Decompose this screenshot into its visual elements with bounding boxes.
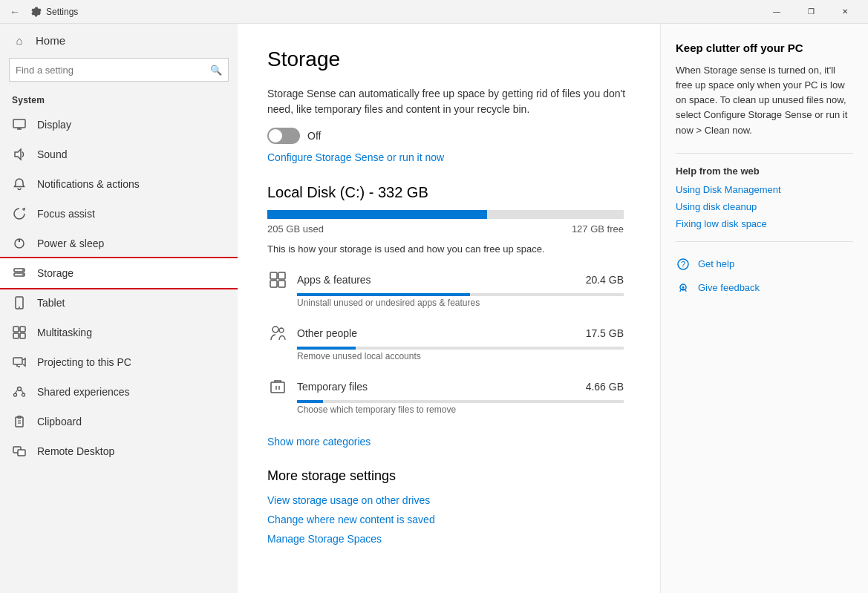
view-usage-link[interactable]: View storage usage on other drives (267, 494, 630, 506)
power-icon (12, 236, 27, 251)
category-apps[interactable]: Apps & features 20.4 GB Uninstall unused… (267, 269, 624, 308)
temp-icon (267, 376, 288, 397)
svg-text:?: ? (681, 260, 685, 269)
other-people-icon (267, 323, 288, 344)
main-content: Storage Storage Sense can automatically … (238, 24, 660, 593)
sidebar-item-label-focus: Focus assist (37, 208, 95, 220)
svg-rect-33 (270, 281, 277, 287)
sidebar-item-label-multitasking: Multitasking (37, 327, 92, 338)
disk-usage-desc: This is how your storage is used and how… (267, 243, 630, 255)
search-icon: 🔍 (204, 65, 228, 76)
get-help-icon: ? (676, 257, 691, 272)
svg-point-35 (273, 327, 278, 332)
sidebar-item-sound[interactable]: Sound (0, 140, 238, 169)
svg-rect-13 (20, 327, 25, 332)
category-apps-name: Apps & features (297, 274, 577, 286)
maximize-button[interactable]: ❐ (794, 0, 828, 24)
get-help-row[interactable]: ? Get help (676, 257, 853, 272)
close-button[interactable]: ✕ (828, 0, 862, 24)
category-temp-name: Temporary files (297, 381, 577, 393)
help-link-disk-cleanup[interactable]: Using disk cleanup (676, 201, 853, 212)
give-feedback-row[interactable]: Give feedback (676, 281, 853, 295)
configure-link[interactable]: Configure Storage Sense or run it now (267, 151, 444, 163)
give-feedback-label[interactable]: Give feedback (698, 282, 760, 293)
search-box[interactable]: 🔍 (9, 58, 229, 82)
titlebar-title: Settings (46, 7, 78, 17)
sidebar-section-title: System (0, 86, 238, 110)
sidebar-item-storage[interactable]: Storage (0, 258, 238, 288)
back-button[interactable]: ← (6, 3, 24, 21)
sidebar-item-shared[interactable]: Shared experiences (0, 377, 238, 407)
sidebar-item-tablet[interactable]: Tablet (0, 288, 238, 318)
home-icon: ⌂ (12, 33, 27, 47)
category-apps-size: 20.4 GB (586, 274, 624, 286)
disk-bar-labels: 205 GB used 127 GB free (267, 223, 624, 235)
sidebar-item-notifications[interactable]: Notifications & actions (0, 169, 238, 199)
toggle-label: Off (307, 130, 321, 142)
svg-point-21 (22, 393, 25, 396)
toggle-row: Off (267, 128, 630, 144)
svg-rect-12 (13, 327, 19, 332)
tablet-icon (12, 295, 27, 310)
shared-icon (12, 384, 27, 399)
search-input[interactable] (10, 65, 204, 76)
category-temp[interactable]: Temporary files 4.66 GB Choose which tem… (267, 376, 624, 415)
sidebar-item-remote[interactable]: Remote Desktop (0, 436, 238, 466)
svg-point-20 (14, 393, 17, 396)
settings-icon (30, 6, 42, 18)
sidebar-item-label-clipboard: Clipboard (37, 416, 82, 427)
sidebar-item-label-storage: Storage (37, 267, 74, 279)
sidebar-item-projecting[interactable]: Projecting to this PC (0, 347, 238, 377)
category-other-people-desc: Remove unused local accounts (297, 351, 624, 361)
svg-rect-16 (13, 358, 22, 364)
category-temp-bar-fill (297, 400, 323, 403)
sidebar-item-power[interactable]: Power & sleep (0, 229, 238, 258)
right-panel-title: Keep clutter off your PC (676, 42, 853, 54)
svg-point-43 (682, 286, 685, 288)
manage-spaces-link[interactable]: Manage Storage Spaces (267, 533, 630, 545)
category-other-people-bar-bg (297, 347, 624, 350)
sidebar-item-clipboard[interactable]: Clipboard (0, 407, 238, 436)
sidebar-item-multitasking[interactable]: Multitasking (0, 318, 238, 347)
svg-line-22 (16, 390, 18, 393)
clipboard-icon (12, 414, 27, 429)
sidebar-item-display[interactable]: Display (0, 110, 238, 140)
category-apps-desc: Uninstall unused or undesired apps & fea… (297, 298, 624, 308)
change-location-link[interactable]: Change where new content is saved (267, 514, 630, 525)
sidebar-item-label-display: Display (37, 119, 71, 131)
category-temp-size: 4.66 GB (586, 381, 624, 393)
notifications-icon (12, 177, 27, 191)
svg-rect-0 (13, 119, 25, 128)
toggle-knob (269, 129, 282, 142)
sidebar-item-label-shared: Shared experiences (37, 386, 130, 398)
svg-point-11 (19, 307, 20, 308)
sidebar: ⌂ Home 🔍 System Display Sound Notificati… (0, 24, 238, 593)
more-storage-title: More storage settings (267, 468, 630, 484)
help-link-disk-mgmt[interactable]: Using Disk Management (676, 184, 853, 195)
svg-rect-32 (278, 272, 285, 279)
disk-used-label: 205 GB used (267, 223, 324, 235)
category-apps-bar-bg (297, 293, 624, 296)
category-other-people[interactable]: Other people 17.5 GB Remove unused local… (267, 323, 624, 361)
give-feedback-icon (676, 281, 691, 295)
right-panel-desc: When Storage sense is turned on, it'll f… (676, 63, 853, 138)
category-temp-bar-bg (297, 400, 624, 403)
minimize-button[interactable]: — (760, 0, 794, 24)
help-web-title: Help from the web (676, 166, 853, 177)
get-help-label[interactable]: Get help (698, 258, 734, 269)
svg-rect-31 (270, 272, 277, 279)
svg-rect-29 (18, 450, 25, 456)
svg-point-19 (18, 387, 22, 391)
display-icon (12, 117, 27, 132)
storage-sense-toggle[interactable] (267, 128, 300, 144)
sidebar-home[interactable]: ⌂ Home (0, 27, 238, 53)
category-other-people-row: Other people 17.5 GB (267, 323, 624, 344)
svg-rect-15 (20, 333, 25, 338)
sidebar-item-label-remote: Remote Desktop (37, 445, 114, 457)
category-apps-row: Apps & features 20.4 GB (267, 269, 624, 290)
category-temp-desc: Choose which temporary files to remove (297, 404, 624, 415)
sidebar-item-focus[interactable]: Focus assist (0, 199, 238, 229)
show-more-link[interactable]: Show more categories (267, 436, 371, 448)
page-title: Storage (267, 47, 630, 71)
help-link-low-disk[interactable]: Fixing low disk space (676, 218, 853, 229)
